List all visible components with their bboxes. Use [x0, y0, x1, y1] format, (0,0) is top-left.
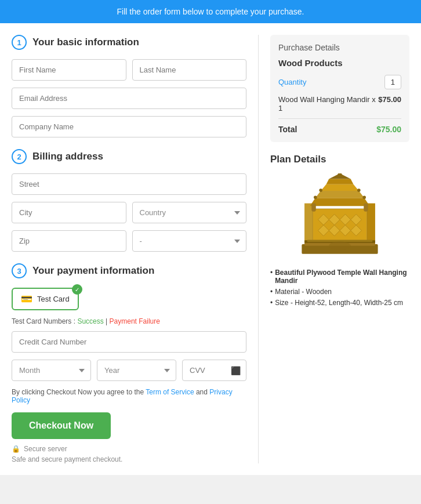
- bullet-list: Beautiful Plywood Temple Wall Hanging Ma…: [270, 269, 409, 307]
- product-price: $75.00: [378, 95, 401, 104]
- product-row: Wood Wall Hanging Mandir x 1 $75.00: [278, 95, 401, 119]
- section3-title: 3 Your payment information: [12, 263, 246, 278]
- email-input[interactable]: [12, 88, 246, 109]
- svg-rect-20: [311, 204, 316, 212]
- section2-label: Billing address: [32, 151, 103, 162]
- section2-number: 2: [12, 149, 27, 164]
- svg-marker-17: [326, 179, 354, 184]
- year-select[interactable]: Year: [97, 360, 176, 381]
- name-row: [12, 59, 246, 81]
- section3-label: Your payment information: [32, 265, 154, 277]
- purchase-details-box: Purchase Details Wood Products Quantity …: [270, 35, 409, 142]
- svg-marker-15: [315, 191, 364, 198]
- secure-info: 🔒 Secure server: [12, 445, 246, 453]
- svg-rect-2: [304, 204, 313, 243]
- street-input[interactable]: [12, 173, 246, 195]
- plan-details-section: Plan Details: [270, 154, 409, 307]
- purchase-details-title: Purchase Details: [278, 43, 401, 52]
- city-country-row: Country: [12, 202, 246, 223]
- left-panel: 1 Your basic information 2 Billing addre…: [12, 35, 259, 463]
- last-name-input[interactable]: [132, 59, 247, 81]
- svg-point-24: [319, 188, 322, 192]
- month-select[interactable]: Month: [12, 360, 91, 381]
- product-image-wrap: [270, 173, 409, 260]
- terms-text: By clicking Checkout Now you agree to th…: [12, 388, 246, 404]
- total-row: Total $75.00: [278, 125, 401, 134]
- right-panel: Purchase Details Wood Products Quantity …: [259, 35, 409, 463]
- card-check-icon: ✓: [72, 284, 82, 295]
- company-input[interactable]: [12, 116, 246, 137]
- quantity-row: Quantity 1: [278, 75, 401, 89]
- checkout-button[interactable]: Checkout Now: [12, 412, 111, 439]
- svg-rect-21: [364, 204, 368, 212]
- success-link[interactable]: Success: [77, 317, 103, 325]
- secure-server-text: Secure server: [24, 445, 67, 453]
- top-banner: Fill the order form below to complete yo…: [0, 0, 421, 23]
- product-name: Wood Wall Hanging Mandir x 1: [278, 95, 378, 113]
- bullet-item-1: Beautiful Plywood Temple Wall Hanging Ma…: [270, 269, 409, 285]
- section3-number: 3: [12, 263, 27, 278]
- svg-point-25: [357, 188, 361, 192]
- section2-title: 2 Billing address: [12, 149, 246, 164]
- svg-rect-4: [313, 209, 367, 242]
- email-row: [12, 88, 246, 109]
- svg-rect-3: [367, 204, 375, 243]
- svg-point-22: [314, 195, 317, 199]
- terms-connector: and: [194, 388, 210, 396]
- street-row: [12, 173, 246, 195]
- card-icon: 💳: [21, 293, 32, 304]
- svg-marker-14: [310, 198, 369, 206]
- country-select[interactable]: Country: [132, 202, 247, 223]
- checkout-label: Checkout Now: [29, 420, 93, 430]
- total-amount: $75.00: [376, 125, 401, 134]
- terms-prefix: By clicking Checkout Now you agree to th…: [12, 388, 146, 396]
- test-card-info: Test Card Numbers : Success | Payment Fa…: [12, 317, 246, 325]
- temple-image: [288, 173, 392, 260]
- payment-section: 💳 Test Card ✓ Test Card Numbers : Succes…: [12, 288, 246, 463]
- credit-card-input[interactable]: [12, 331, 246, 353]
- section1-number: 1: [12, 35, 27, 50]
- plan-details-title: Plan Details: [270, 154, 409, 165]
- tos-link[interactable]: Term of Service: [146, 388, 194, 396]
- bullet-1-bold: Beautiful Plywood Temple Wall Hanging Ma…: [275, 269, 407, 285]
- bullet-3-text: Size - Height-52, Length-40, Width-25 cm: [275, 299, 403, 307]
- svg-point-28: [329, 241, 351, 250]
- failure-link[interactable]: Payment Failure: [110, 317, 160, 325]
- cvv-wrap: ⬛: [182, 360, 246, 381]
- total-label: Total: [278, 125, 297, 134]
- bullet-item-2: Material - Wooden: [270, 288, 409, 296]
- section1-label: Your basic information: [32, 37, 139, 48]
- company-row: [12, 116, 246, 137]
- quantity-label: Quantity: [278, 78, 306, 86]
- section1-title: 1 Your basic information: [12, 35, 246, 50]
- bullet-item-3: Size - Height-52, Length-40, Width-25 cm: [270, 299, 409, 307]
- city-input[interactable]: [12, 202, 126, 223]
- card-option[interactable]: 💳 Test Card ✓: [12, 288, 79, 310]
- zip-state-row: -: [12, 230, 246, 252]
- svg-point-23: [362, 195, 366, 199]
- zip-input[interactable]: [12, 230, 126, 252]
- state-select[interactable]: -: [132, 230, 247, 252]
- bullet-2-text: Material - Wooden: [275, 288, 332, 296]
- quantity-box: 1: [384, 75, 401, 89]
- lock-icon: 🔒: [12, 445, 20, 453]
- credit-card-row: [12, 331, 246, 353]
- svg-marker-16: [321, 184, 359, 191]
- bullet-1-text: Beautiful Plywood Temple Wall Hanging Ma…: [275, 269, 409, 285]
- card-label: Test Card: [37, 295, 70, 303]
- safe-text: Safe and secure payment checkout.: [12, 455, 246, 463]
- expiry-cvv-row: Month Year ⬛: [12, 360, 246, 381]
- first-name-input[interactable]: [12, 59, 126, 81]
- test-card-label: Test Card Numbers :: [12, 317, 75, 325]
- wood-products-title: Wood Products: [278, 58, 401, 68]
- cvv-card-icon: ⬛: [231, 366, 241, 375]
- banner-text: Fill the order form below to complete yo…: [117, 7, 304, 16]
